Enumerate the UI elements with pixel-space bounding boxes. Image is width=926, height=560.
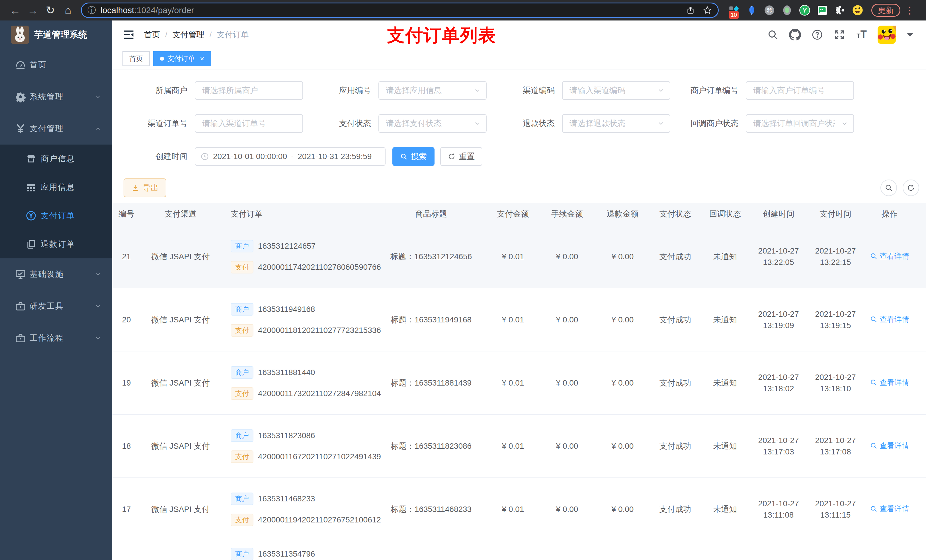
tab-home[interactable]: 首页 [123, 51, 150, 66]
bookmark-star-icon[interactable] [702, 5, 712, 15]
product-title: 1635312124656 [414, 252, 472, 261]
col-amount: 支付金额 [487, 208, 539, 219]
tab-close-icon[interactable]: × [200, 54, 204, 63]
product-title: 1635311949168 [415, 315, 472, 324]
avatar[interactable] [878, 26, 896, 44]
clock-icon [200, 152, 209, 161]
export-button[interactable]: 导出 [124, 178, 166, 197]
order-id: 17 [112, 505, 146, 514]
filter-pay-status: 支付状态 [307, 114, 491, 133]
table-row-partial: 商户 1635311354796 [112, 541, 926, 560]
fullscreen-icon[interactable] [833, 29, 846, 41]
merchant-order-no-input[interactable] [746, 81, 854, 100]
refresh-table-icon[interactable] [903, 180, 919, 196]
sidebar-item-pay[interactable]: 支付管理 [0, 113, 112, 145]
pay-time: 13:17:08 [807, 446, 864, 457]
reload-icon[interactable]: ↻ [42, 3, 59, 18]
order-id: 20 [112, 315, 146, 325]
font-size-icon[interactable]: TT [855, 29, 868, 41]
update-button[interactable]: 更新 [872, 4, 900, 17]
app-logo-row[interactable]: 芋道管理系统 [0, 21, 112, 49]
forward-icon[interactable]: → [24, 3, 42, 18]
extension-y-icon[interactable]: Y [799, 5, 810, 16]
app-header: 首页 / 支付管理 / 支付订单 支付订单列表 TT [112, 21, 926, 49]
sidebar-item-devtools[interactable]: 研发工具 [0, 290, 112, 322]
avatar-caret-icon[interactable] [906, 33, 914, 37]
date-range-input[interactable]: 2021-10-01 00:00:00 - 2021-10-31 23:59:5… [195, 147, 386, 166]
view-detail-link[interactable]: 查看详情 [870, 377, 909, 388]
extension-command-icon[interactable]: ⌘ [764, 5, 775, 16]
pay-channel: 微信 JSAPI 支付 [146, 377, 215, 388]
channel-code-select[interactable] [562, 81, 670, 100]
sidebar-item-label: 退款订单 [41, 239, 75, 249]
back-icon[interactable]: ← [6, 3, 24, 18]
filter-label: 支付状态 [307, 118, 378, 129]
extension-kite-icon[interactable] [746, 5, 757, 16]
sidebar-item-home[interactable]: 首页 [0, 49, 112, 81]
pay-status-select[interactable] [378, 114, 487, 133]
sidebar-item-label: 首页 [30, 59, 47, 70]
sidebar-item-pay-order[interactable]: 支付订单 [0, 201, 112, 230]
tab-active-dot [160, 57, 164, 60]
refund-status-select[interactable] [562, 114, 670, 133]
tab-label: 首页 [129, 54, 143, 63]
toggle-search-icon[interactable] [881, 180, 897, 196]
title-prefix: 标题： [391, 315, 415, 324]
github-icon[interactable] [789, 29, 801, 41]
sidebar-item-app-info[interactable]: 应用信息 [0, 173, 112, 201]
search-icon[interactable] [767, 29, 779, 41]
sidebar-item-merchant-info[interactable]: 商户信息 [0, 145, 112, 173]
reset-button[interactable]: 重置 [440, 147, 483, 166]
sidebar-item-label: 基础设施 [30, 269, 64, 280]
view-detail-link[interactable]: 查看详情 [870, 251, 909, 261]
sidebar-item-label: 支付订单 [41, 210, 75, 221]
extension-sketch-icon[interactable]: 10 [728, 5, 740, 16]
sidebar-item-infra[interactable]: 基础设施 [0, 258, 112, 290]
tab-pay-order[interactable]: 支付订单 × [153, 51, 211, 66]
extension-chat-icon[interactable] [817, 5, 828, 16]
table-row: 17 微信 JSAPI 支付 商户 1635311468233 支付 42000… [112, 478, 926, 541]
pay-status: 支付成功 [651, 377, 700, 388]
product-title: 1635311881439 [415, 379, 472, 387]
filter-refund-status: 退款状态 [491, 114, 675, 133]
sidebar-item-refund-order[interactable]: 退款订单 [0, 230, 112, 258]
pay-tag: 支付 [231, 387, 253, 400]
collapse-sidebar-icon[interactable] [123, 29, 135, 41]
filter-app-id: 应用编号 [307, 81, 491, 100]
channel-order-no-input[interactable] [195, 114, 303, 133]
filter-create-time: 创建时间 2021-10-01 00:00:00 - 2021-10-31 23… [124, 147, 386, 166]
col-channel: 支付渠道 [146, 208, 215, 219]
site-info-icon[interactable]: ⓘ [88, 5, 96, 16]
breadcrumb-home[interactable]: 首页 [144, 29, 160, 40]
fee-amount: ¥ 0.00 [539, 315, 595, 325]
pay-date: 2021-10-27 [807, 498, 864, 509]
home-icon[interactable]: ⌂ [59, 3, 77, 18]
filter-channel-code: 渠道编码 [491, 81, 675, 100]
create-date: 2021-10-27 [750, 245, 807, 257]
merchant-input[interactable] [195, 81, 303, 100]
sidebar-item-system[interactable]: 系统管理 [0, 81, 112, 113]
view-detail-link[interactable]: 查看详情 [870, 504, 909, 514]
pay-order-no: 4200001173202110272847982104 [258, 389, 381, 398]
filter-label: 回调商户状态 [675, 118, 746, 129]
pay-time: 13:18:10 [807, 383, 864, 394]
sidebar-item-workflow[interactable]: 工作流程 [0, 322, 112, 354]
chevron-down-icon [95, 303, 101, 309]
extension-record-icon[interactable] [781, 5, 793, 16]
col-actions: 操作 [864, 208, 915, 219]
help-icon[interactable] [811, 29, 823, 41]
share-icon[interactable] [686, 6, 695, 15]
view-detail-link[interactable]: 查看详情 [870, 314, 909, 325]
extension-puzzle-icon[interactable] [834, 5, 846, 16]
address-bar[interactable]: ⓘ localhost:1024/pay/order [81, 3, 719, 18]
extension-emoji-icon[interactable] [852, 5, 863, 16]
view-detail-link[interactable]: 查看详情 [870, 441, 909, 451]
app-id-select[interactable] [378, 81, 487, 100]
merchant-order-no: 1635311823086 [258, 431, 315, 440]
breadcrumb-pay[interactable]: 支付管理 [172, 29, 204, 40]
browser-menu-icon[interactable]: ⋮ [905, 5, 915, 16]
notify-status-select[interactable] [746, 114, 854, 133]
pay-status: 支付成功 [651, 441, 700, 451]
sidebar-item-label: 系统管理 [30, 91, 64, 102]
search-button[interactable]: 搜索 [392, 147, 434, 166]
